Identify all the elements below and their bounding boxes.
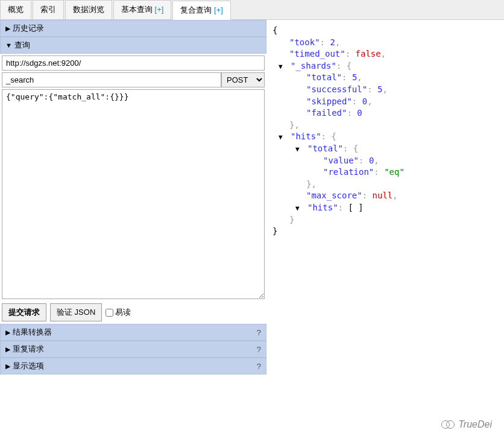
display-options-label: 显示选项 — [13, 361, 44, 371]
triangle-right-icon: ▶ — [5, 329, 10, 336]
query-header[interactable]: ▼ 查询 — [0, 37, 266, 54]
repeat-request-header[interactable]: ▶ 重复请求 ? — [0, 341, 266, 358]
validate-button[interactable]: 验证 JSON — [50, 303, 102, 321]
help-icon[interactable]: ? — [257, 345, 261, 354]
tab-browse[interactable]: 数据浏览 — [65, 0, 112, 19]
display-options-header[interactable]: ▶ 显示选项 ? — [0, 358, 266, 374]
triangle-down-icon: ▼ — [5, 42, 12, 49]
method-select[interactable]: POST — [221, 72, 265, 87]
pretty-checkbox[interactable] — [106, 309, 113, 317]
collapse-icon[interactable]: ▼ — [279, 133, 283, 141]
history-label: 历史记录 — [13, 23, 44, 34]
body-textarea[interactable]: {"query":{"match_all":{}}} — [2, 89, 265, 299]
pretty-checkbox-label[interactable]: 易读 — [106, 307, 131, 318]
repeat-request-label: 重复请求 — [13, 344, 44, 355]
help-icon[interactable]: ? — [257, 362, 261, 371]
tab-compound-query[interactable]: 复合查询 [+] — [172, 1, 230, 20]
history-header[interactable]: ▶ 历史记录 — [0, 20, 266, 37]
collapse-icon[interactable]: ▼ — [295, 145, 300, 153]
tab-indices[interactable]: 索引 — [33, 0, 64, 19]
tab-overview[interactable]: 概览 — [0, 0, 31, 19]
collapse-icon[interactable]: ▼ — [295, 204, 300, 212]
path-input[interactable] — [2, 72, 221, 87]
url-input[interactable] — [2, 55, 265, 71]
collapse-icon[interactable]: ▼ — [279, 63, 283, 71]
result-transformer-header[interactable]: ▶ 结果转换器 ? — [0, 324, 266, 341]
tab-basic-query[interactable]: 基本查询 [+] — [113, 0, 171, 19]
left-panel: ▶ 历史记录 ▼ 查询 POST {"query":{"match_all":{… — [0, 20, 266, 411]
result-transformer-label: 结果转换器 — [13, 327, 52, 338]
response-panel: { "took": 2, "timed_out": false, ▼"_shar… — [266, 20, 504, 411]
query-label: 查询 — [14, 40, 30, 51]
triangle-right-icon: ▶ — [5, 346, 10, 353]
watermark: TrueDei — [441, 419, 492, 430]
tabs-bar: 概览 索引 数据浏览 基本查询 [+] 复合查询 [+] — [0, 0, 504, 20]
wechat-icon — [441, 420, 455, 429]
submit-button[interactable]: 提交请求 — [2, 303, 46, 321]
triangle-right-icon: ▶ — [5, 25, 10, 33]
triangle-right-icon: ▶ — [5, 362, 10, 370]
help-icon[interactable]: ? — [257, 328, 261, 337]
